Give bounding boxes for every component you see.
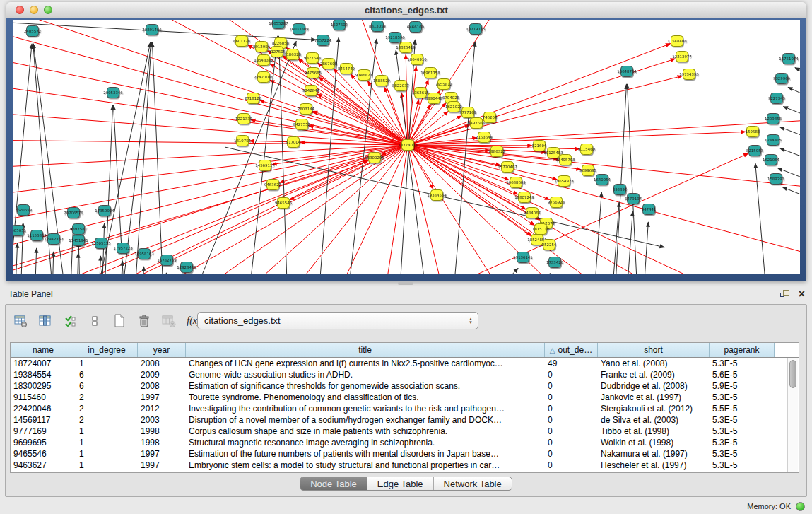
table-cell[interactable]: 2008 [138, 358, 186, 368]
table-cell[interactable]: Estimation of the future numbers of pati… [186, 449, 545, 459]
table-cell[interactable]: 1997 [138, 449, 186, 459]
table-row[interactable]: 1830029562008Estimation of significance … [11, 380, 799, 392]
table-cell[interactable]: 5.3E-5 [710, 426, 775, 436]
graph-node[interactable]: 19136141 [513, 252, 532, 263]
graph-node[interactable]: 13325419 [396, 42, 416, 53]
graph-node[interactable]: 1527602 [331, 20, 348, 30]
table-cell[interactable]: 9465546 [11, 449, 76, 459]
table-cell[interactable]: 1998 [138, 438, 186, 448]
graph-node[interactable]: 9475685 [305, 68, 322, 78]
column-header-title[interactable]: title [186, 343, 545, 357]
table-cell[interactable]: Investigating the contribution of common… [186, 404, 545, 414]
graph-node[interactable]: 1815132 [532, 224, 549, 235]
table-cell[interactable]: 0 [545, 449, 598, 459]
table-cell[interactable]: 1 [76, 460, 138, 470]
minimize-window-icon[interactable] [30, 6, 38, 14]
graph-node[interactable]: 16782759 [157, 255, 177, 266]
graph-node[interactable]: 9397587 [70, 224, 87, 235]
column-header-short[interactable]: short [598, 343, 710, 357]
graph-node[interactable]: 7857224 [314, 35, 332, 46]
graph-node[interactable]: 20206576 [64, 208, 83, 218]
graph-node[interactable]: 11548408 [667, 36, 687, 47]
graph-node[interactable]: 252254 [542, 240, 557, 250]
select-columns-icon[interactable] [61, 312, 79, 330]
graph-node[interactable]: 1810754 [234, 136, 252, 146]
table-cell[interactable]: 0 [545, 404, 598, 414]
citation-graph[interactable]: 1872400786011288912954822605891275058186… [13, 20, 800, 274]
graph-node[interactable]: 7955812 [435, 79, 452, 90]
table-cell[interactable]: 9699695 [11, 438, 76, 448]
close-window-icon[interactable] [16, 6, 24, 14]
table-cell[interactable]: Nakamura et al. (1997) [598, 449, 710, 459]
table-cell[interactable]: 14569117 [11, 415, 76, 425]
table-cell[interactable]: Structural magnetic resonance image aver… [186, 438, 545, 448]
table-cell[interactable]: 6 [76, 370, 138, 380]
table-cell[interactable]: 2003 [138, 415, 186, 425]
graph-node[interactable]: 1589293 [767, 174, 784, 185]
graph-node[interactable]: 17359924 [95, 206, 114, 216]
graph-node[interactable]: 8822037 [392, 81, 409, 91]
table-row[interactable]: 911546021997Tourette syndrome. Phenomeno… [11, 392, 799, 403]
graph-node[interactable]: 8454749 [338, 64, 355, 74]
table-cell[interactable]: Yano et al. (2008) [598, 358, 710, 368]
column-header-year[interactable]: year [138, 343, 186, 357]
table-cell[interactable]: Disruption of a novel member of a sodium… [186, 415, 545, 425]
table-cell[interactable]: Tourette syndrome. Phenomenology and cla… [186, 392, 545, 402]
table-cell[interactable]: Embryonic stem cells: a model to study s… [186, 460, 545, 470]
new-table-icon[interactable] [110, 312, 129, 330]
graph-node[interactable]: 893892 [613, 185, 628, 195]
table-row[interactable]: 1872400712008Changes of HCN gene express… [11, 358, 799, 369]
graph-node[interactable]: 12942757 [44, 234, 63, 245]
table-cell[interactable]: 18300295 [11, 381, 76, 391]
graph-node[interactable]: 821604 [532, 141, 547, 151]
graph-node[interactable]: 9756928 [548, 197, 565, 208]
graph-node[interactable]: 16961758 [420, 68, 440, 78]
table-cell[interactable]: Changes of HCN gene expression and I(f) … [186, 358, 545, 368]
table-cell[interactable]: 2012 [138, 404, 186, 414]
graph-node[interactable]: 12923446 [177, 262, 196, 273]
graph-node[interactable]: 9463627 [264, 180, 281, 190]
scrollbar-thumb[interactable] [789, 360, 796, 388]
graph-node[interactable]: 746204 [483, 112, 498, 123]
graph-node[interactable]: 9146821 [355, 70, 372, 81]
graph-node[interactable]: 8912954 [253, 42, 271, 52]
table-cell[interactable]: de Silva et al. (2003) [598, 415, 710, 425]
zoom-window-icon[interactable] [44, 6, 52, 14]
float-panel-icon[interactable] [780, 290, 790, 299]
graph-node[interactable]: 20053346 [103, 88, 123, 98]
graph-node[interactable]: 2153644 [476, 132, 493, 143]
table-cell[interactable]: 9463627 [11, 460, 76, 470]
graph-node[interactable]: 9484067 [524, 208, 541, 218]
table-cell[interactable]: 0 [545, 370, 598, 380]
table-cell[interactable]: 5.3E-5 [710, 449, 775, 459]
graph-node[interactable]: 8427552 [293, 119, 310, 130]
table-cell[interactable]: Corpus callosum shape and size in male p… [186, 426, 545, 436]
graph-node[interactable]: 12213977 [672, 52, 691, 62]
table-cell[interactable]: 1 [76, 449, 138, 459]
table-cell[interactable]: 1997 [138, 460, 186, 470]
graph-node[interactable]: 9699695 [579, 165, 596, 176]
table-cell[interactable]: 2 [76, 392, 138, 402]
graph-node[interactable]: 13505135 [91, 238, 110, 249]
graph-node[interactable]: 16648784 [617, 66, 637, 77]
graph-node[interactable]: 1209358 [765, 114, 782, 124]
tab-network-table[interactable]: Network Table [434, 477, 512, 490]
table-cell[interactable]: 0 [545, 438, 598, 448]
window-titlebar[interactable]: citations_edges.txt [6, 2, 806, 18]
graph-node[interactable]: 19654923 [554, 176, 573, 187]
table-cell[interactable]: 0 [545, 460, 598, 470]
table-cell[interactable]: 5.3E-5 [710, 415, 775, 425]
graph-node[interactable]: 18640910 [407, 54, 427, 65]
table-cell[interactable]: 5.9E-5 [710, 381, 775, 391]
graph-node[interactable]: 2620659 [15, 205, 33, 216]
table-cell[interactable]: 0 [545, 381, 598, 391]
vertical-scrollbar[interactable] [787, 358, 798, 473]
table-cell[interactable]: Hescheler et al. (1997) [598, 460, 710, 470]
table-cell[interactable]: 5.3E-5 [710, 392, 775, 402]
graph-node[interactable]: 18807249 [514, 192, 534, 203]
table-cell[interactable]: 2008 [138, 381, 186, 391]
graph-node[interactable]: 20891406 [142, 25, 162, 35]
graph-node[interactable]: 1588520 [373, 76, 391, 86]
table-cell[interactable]: 2 [76, 415, 138, 425]
table-cell[interactable]: 2009 [138, 370, 186, 380]
